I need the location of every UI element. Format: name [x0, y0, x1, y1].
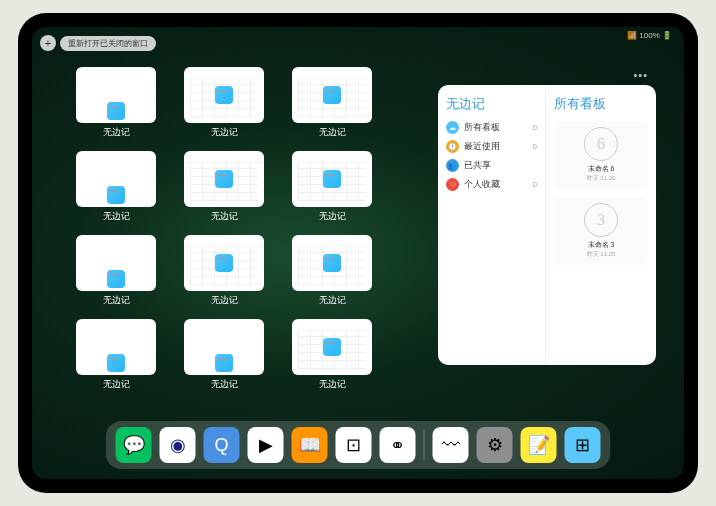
switcher-window[interactable]: 无边记	[72, 235, 160, 307]
window-label: 无边记	[103, 294, 130, 307]
window-thumbnail	[76, 67, 156, 123]
window-label: 无边记	[319, 378, 346, 391]
window-label: 无边记	[103, 378, 130, 391]
dock-notes-icon[interactable]: 📝	[521, 427, 557, 463]
panel-left-title: 无边记	[446, 95, 537, 113]
window-label: 无边记	[211, 294, 238, 307]
switcher-window[interactable]: 无边记	[288, 151, 376, 223]
dock-apps-icon[interactable]: ⊞	[565, 427, 601, 463]
dock-quark-icon[interactable]: ◉	[160, 427, 196, 463]
window-label: 无边记	[103, 126, 130, 139]
dock-wechat-icon[interactable]: 💬	[116, 427, 152, 463]
dock-play-icon[interactable]: ▶	[248, 427, 284, 463]
board-card[interactable]: 6未命名 6昨天 11:26	[554, 121, 648, 189]
freeform-app-icon	[323, 338, 341, 356]
sidebar-category[interactable]: ♡个人收藏0	[446, 178, 537, 191]
freeform-app-icon	[107, 102, 125, 120]
switcher-window[interactable]: 无边记	[72, 151, 160, 223]
window-thumbnail	[292, 235, 372, 291]
dock-books-icon[interactable]: 📖	[292, 427, 328, 463]
new-window-button[interactable]: +	[40, 35, 56, 51]
window-thumbnail	[184, 319, 264, 375]
freeform-app-icon	[323, 86, 341, 104]
switcher-window[interactable]: 无边记	[72, 67, 160, 139]
sidebar-category[interactable]: 🕐最近使用0	[446, 140, 537, 153]
dock-freeform-icon[interactable]: 〰	[433, 427, 469, 463]
window-thumbnail	[76, 151, 156, 207]
category-count: 0	[533, 123, 537, 132]
board-name: 未命名 6	[588, 164, 615, 174]
board-time: 昨天 11:26	[587, 174, 616, 183]
switcher-window[interactable]: 无边记	[288, 235, 376, 307]
dock-connect-icon[interactable]: ⚭	[380, 427, 416, 463]
window-thumbnail	[292, 151, 372, 207]
window-thumbnail	[184, 235, 264, 291]
switcher-window[interactable]: 无边记	[288, 67, 376, 139]
switcher-window[interactable]: 无边记	[180, 235, 268, 307]
freeform-app-icon	[323, 254, 341, 272]
freeform-panel: 无边记 ☁所有看板0🕐最近使用0👥已共享♡个人收藏0 所有看板 6未命名 6昨天…	[438, 85, 656, 365]
window-thumbnail	[184, 67, 264, 123]
category-icon: ♡	[446, 178, 459, 191]
board-card[interactable]: 3未命名 3昨天 11:25	[554, 197, 648, 265]
freeform-app-icon	[215, 254, 233, 272]
app-switcher-grid: 无边记无边记无边记无边记无边记无边记无边记无边记无边记无边记无边记无边记	[72, 67, 376, 391]
freeform-app-icon	[323, 170, 341, 188]
category-icon: 🕐	[446, 140, 459, 153]
panel-sidebar: 无边记 ☁所有看板0🕐最近使用0👥已共享♡个人收藏0	[438, 85, 546, 365]
window-thumbnail	[76, 319, 156, 375]
board-name: 未命名 3	[588, 240, 615, 250]
window-label: 无边记	[211, 126, 238, 139]
panel-menu-icon[interactable]: •••	[633, 69, 648, 81]
dock-settings-icon[interactable]: ⚙	[477, 427, 513, 463]
switcher-window[interactable]: 无边记	[180, 319, 268, 391]
freeform-app-icon	[107, 186, 125, 204]
freeform-app-icon	[107, 270, 125, 288]
switcher-window[interactable]: 无边记	[180, 67, 268, 139]
freeform-app-icon	[215, 170, 233, 188]
dock-separator	[424, 430, 425, 460]
category-label: 最近使用	[464, 140, 500, 153]
window-label: 无边记	[319, 126, 346, 139]
dock: 💬◉Q▶📖⊡⚭〰⚙📝⊞	[106, 421, 611, 469]
category-label: 所有看板	[464, 121, 500, 134]
board-sketch-icon: 3	[584, 203, 618, 237]
panel-content: 所有看板 6未命名 6昨天 11:263未命名 3昨天 11:25	[546, 85, 656, 365]
window-thumbnail	[76, 235, 156, 291]
category-count: 0	[533, 142, 537, 151]
category-label: 个人收藏	[464, 178, 500, 191]
category-count: 0	[533, 180, 537, 189]
window-label: 无边记	[319, 294, 346, 307]
board-sketch-icon: 6	[584, 127, 618, 161]
status-bar: 📶 100% 🔋	[627, 31, 672, 40]
screen: 📶 100% 🔋 + 重新打开已关闭的窗口 无边记无边记无边记无边记无边记无边记…	[32, 27, 684, 479]
reopen-closed-window-button[interactable]: 重新打开已关闭的窗口	[60, 36, 156, 51]
top-bar: + 重新打开已关闭的窗口	[40, 35, 156, 51]
switcher-window[interactable]: 无边记	[72, 319, 160, 391]
window-label: 无边记	[211, 378, 238, 391]
window-label: 无边记	[211, 210, 238, 223]
sidebar-category[interactable]: ☁所有看板0	[446, 121, 537, 134]
board-time: 昨天 11:25	[587, 250, 616, 259]
freeform-app-icon	[107, 354, 125, 372]
window-thumbnail	[292, 67, 372, 123]
category-label: 已共享	[464, 159, 491, 172]
window-label: 无边记	[319, 210, 346, 223]
category-icon: ☁	[446, 121, 459, 134]
sidebar-category[interactable]: 👥已共享	[446, 159, 537, 172]
window-label: 无边记	[103, 210, 130, 223]
switcher-window[interactable]: 无边记	[288, 319, 376, 391]
panel-right-title: 所有看板	[554, 95, 648, 113]
dock-browser-icon[interactable]: Q	[204, 427, 240, 463]
category-icon: 👥	[446, 159, 459, 172]
window-thumbnail	[292, 319, 372, 375]
freeform-app-icon	[215, 354, 233, 372]
switcher-window[interactable]: 无边记	[180, 151, 268, 223]
freeform-app-icon	[215, 86, 233, 104]
dock-dice-icon[interactable]: ⊡	[336, 427, 372, 463]
ipad-frame: 📶 100% 🔋 + 重新打开已关闭的窗口 无边记无边记无边记无边记无边记无边记…	[18, 13, 698, 493]
window-thumbnail	[184, 151, 264, 207]
